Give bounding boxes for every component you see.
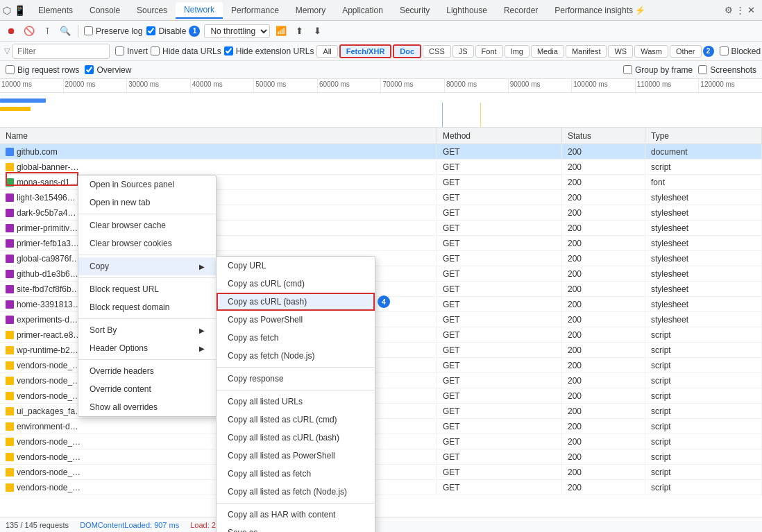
type-media[interactable]: Media <box>531 45 564 58</box>
network-conditions-icon[interactable]: 📶 <box>274 24 288 38</box>
type-manifest[interactable]: Manifest <box>566 45 607 58</box>
tab-perf-insights[interactable]: Performance insights ⚡ <box>546 3 654 18</box>
td-status: 200 <box>562 236 645 250</box>
sub-save-har-content[interactable]: Copy all as HAR with content <box>217 506 375 524</box>
type-js[interactable]: JS <box>452 45 474 58</box>
sub-save-as[interactable]: Save as... <box>217 524 375 532</box>
ctx-clear-cookies[interactable]: Clear browser cookies <box>78 234 216 252</box>
sub-copy-powershell[interactable]: Copy as PowerShell <box>217 311 375 329</box>
sub-copy-curl-cmd[interactable]: Copy as cURL (cmd) <box>217 275 375 293</box>
ctx-override-headers[interactable]: Override headers <box>78 362 216 380</box>
th-name[interactable]: Name <box>0 128 437 144</box>
record-btn[interactable]: ⏺ <box>4 24 18 38</box>
preserve-log-checkbox[interactable] <box>84 26 93 35</box>
type-font[interactable]: Font <box>475 45 503 58</box>
th-type[interactable]: Type <box>645 128 762 144</box>
disable-cache-label[interactable]: Disable 1 <box>146 26 200 37</box>
ctx-block-domain[interactable]: Block request domain <box>78 298 216 316</box>
settings-icon[interactable]: ⚙ <box>725 5 733 15</box>
table-row[interactable]: vendors-node_… GET 200 script <box>0 449 762 465</box>
preserve-log-label[interactable]: Preserve log <box>84 26 142 36</box>
tab-memory[interactable]: Memory <box>287 3 334 18</box>
overview-checkbox[interactable] <box>85 65 94 74</box>
filter-icon[interactable]: ⊺ <box>40 24 54 38</box>
screenshots-checkbox[interactable] <box>698 65 707 74</box>
table-row[interactable]: vendors-node_… GET 200 script <box>0 434 762 449</box>
clear-btn[interactable]: 🚫 <box>22 24 36 38</box>
ctx-clear-cache[interactable]: Clear browser cache <box>78 216 216 234</box>
submenu[interactable]: Copy URL Copy as cURL (cmd) Copy as cURL… <box>216 256 375 532</box>
type-fetch-xhr[interactable]: Fetch/XHR <box>339 44 392 58</box>
invert-checkbox[interactable] <box>115 46 124 55</box>
sub-copy-all-fetch[interactable]: Copy all listed as fetch <box>217 465 375 483</box>
type-img[interactable]: Img <box>505 45 530 58</box>
sub-copy-curl-bash[interactable]: Copy as cURL (bash) 4 <box>217 293 375 311</box>
hide-data-urls-checkbox[interactable] <box>151 46 160 55</box>
sub-copy-all-urls[interactable]: Copy all listed URLs <box>217 393 375 411</box>
ctx-header-options[interactable]: Header Options ▶ <box>78 339 216 357</box>
big-request-rows-label[interactable]: Big request rows <box>6 65 79 75</box>
hide-extension-urls-label[interactable]: Hide extension URLs <box>224 46 314 56</box>
sub-copy-fetch[interactable]: Copy as fetch <box>217 329 375 347</box>
tab-console[interactable]: Console <box>81 3 128 18</box>
disable-cache-checkbox[interactable] <box>146 26 155 35</box>
type-all[interactable]: All <box>316 45 337 58</box>
td-method: GET <box>437 160 562 174</box>
inspect-icon[interactable]: ⬡ <box>3 5 11 16</box>
sub-copy-response[interactable]: Copy response <box>217 370 375 388</box>
table-row[interactable]: global-banner-… GET 200 script <box>0 160 762 175</box>
hide-extension-urls-checkbox[interactable] <box>224 46 233 55</box>
sub-copy-fetch-nodejs[interactable]: Copy as fetch (Node.js) <box>217 347 375 365</box>
ctx-open-sources[interactable]: Open in Sources panel <box>78 175 216 194</box>
throttle-select[interactable]: No throttling <box>204 24 270 38</box>
tab-recorder[interactable]: Recorder <box>496 3 546 18</box>
type-css[interactable]: CSS <box>423 45 451 58</box>
tab-elements[interactable]: Elements <box>30 3 81 18</box>
type-wasm[interactable]: Wasm <box>634 45 668 58</box>
ctx-override-content[interactable]: Override content <box>78 380 216 398</box>
th-status[interactable]: Status <box>562 128 645 144</box>
tab-network[interactable]: Network <box>176 2 223 19</box>
blocked-checkbox[interactable] <box>720 46 729 55</box>
export-icon[interactable]: ⬇ <box>310 24 324 38</box>
sub-copy-all-curl-bash[interactable]: Copy all listed as cURL (bash) <box>217 429 375 447</box>
device-icon[interactable]: 📱 <box>14 5 26 16</box>
tab-lighthouse[interactable]: Lighthouse <box>438 3 496 18</box>
import-icon[interactable]: ⬆ <box>292 24 306 38</box>
ctx-sort-by[interactable]: Sort By ▶ <box>78 321 216 339</box>
ctx-show-overrides[interactable]: Show all overrides <box>78 398 216 416</box>
td-method: GET <box>437 449 562 464</box>
ctx-open-new-tab[interactable]: Open in new tab <box>78 194 216 212</box>
group-by-frame-label[interactable]: Group by frame <box>623 65 693 75</box>
invert-label[interactable]: Invert <box>115 46 148 56</box>
screenshots-label[interactable]: Screenshots <box>698 65 756 75</box>
blocked-label[interactable]: Blocked <box>720 46 761 56</box>
overview-label[interactable]: Overview <box>85 65 131 75</box>
big-request-rows-checkbox[interactable] <box>6 65 15 74</box>
tab-sources[interactable]: Sources <box>128 3 176 18</box>
table-row[interactable]: github.com GET 200 document <box>0 144 762 160</box>
hide-data-urls-label[interactable]: Hide data URLs <box>151 46 221 56</box>
context-menu[interactable]: Open in Sources panel Open in new tab Cl… <box>78 175 217 417</box>
ctx-block-url[interactable]: Block request URL <box>78 280 216 298</box>
tab-security[interactable]: Security <box>391 3 438 18</box>
type-ws[interactable]: WS <box>608 45 633 58</box>
more-icon[interactable]: ⋮ <box>736 5 745 15</box>
type-other[interactable]: Other <box>670 45 702 58</box>
table-row[interactable]: vendors-node_… GET 200 script <box>0 465 762 480</box>
th-method[interactable]: Method <box>437 128 562 144</box>
type-doc[interactable]: Doc <box>393 44 421 58</box>
search-icon[interactable]: 🔍 <box>58 24 72 38</box>
group-by-frame-checkbox[interactable] <box>623 65 632 74</box>
sub-copy-all-fetch-nodejs[interactable]: Copy all listed as fetch (Node.js) <box>217 483 375 501</box>
sub-copy-url[interactable]: Copy URL <box>217 257 375 275</box>
sub-copy-all-powershell[interactable]: Copy all listed as PowerShell <box>217 447 375 465</box>
table-row[interactable]: vendors-node_… GET 200 script <box>0 480 762 495</box>
close-icon[interactable]: ✕ <box>747 5 755 15</box>
table-row[interactable]: environment-d… GET 200 script <box>0 419 762 434</box>
filter-input[interactable] <box>17 46 87 56</box>
tab-application[interactable]: Application <box>334 3 391 18</box>
sub-copy-all-curl-cmd[interactable]: Copy all listed as cURL (cmd) <box>217 411 375 429</box>
ctx-copy[interactable]: Copy ▶ Copy URL Copy as cURL (cmd) Copy … <box>78 257 216 275</box>
tab-performance[interactable]: Performance <box>223 3 287 18</box>
